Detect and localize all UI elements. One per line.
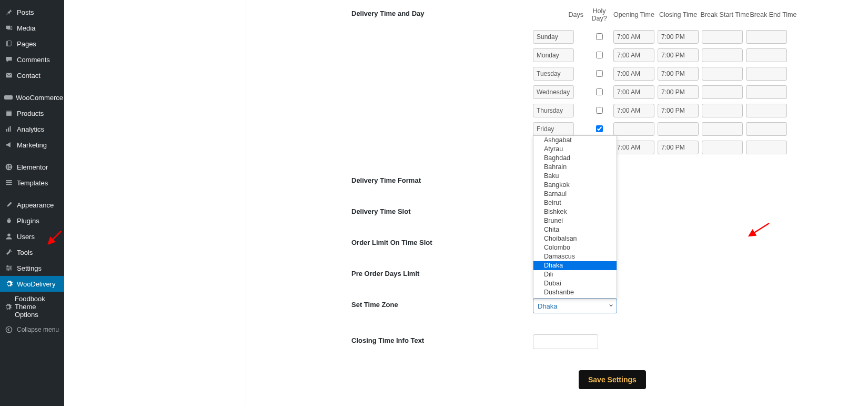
- close-time-wednesday[interactable]: 7:00 PM: [658, 85, 699, 99]
- svg-point-22: [7, 265, 8, 267]
- sidebar-item-plugins[interactable]: Plugins: [0, 213, 64, 229]
- open-time-friday[interactable]: [613, 122, 654, 136]
- sidebar-item-woocommerce[interactable]: WooCommerce: [0, 90, 64, 105]
- sidebar-item-marketing[interactable]: Marketing: [0, 137, 64, 153]
- holy-checkbox-tuesday[interactable]: [596, 70, 603, 77]
- timezone-dropdown-list[interactable]: AshgabatAtyrauBaghdadBahrainBakuBangkokB…: [533, 135, 617, 299]
- bstart-time-sunday[interactable]: [702, 30, 743, 44]
- tz-option-baghdad[interactable]: Baghdad: [533, 154, 617, 163]
- open-time-monday[interactable]: 7:00 AM: [613, 48, 654, 62]
- collapse-menu-button[interactable]: Collapse menu: [0, 322, 64, 338]
- day-button-wednesday[interactable]: Wednesday: [533, 85, 574, 99]
- close-time-tuesday[interactable]: 7:00 PM: [658, 67, 699, 81]
- sidebar-item-label: Users: [17, 233, 35, 241]
- sidebar-item-elementor[interactable]: Elementor: [0, 159, 64, 175]
- open-time-saturday[interactable]: 7:00 AM: [613, 141, 654, 154]
- tz-option-bahrain[interactable]: Bahrain: [533, 163, 617, 172]
- tz-option-dhaka[interactable]: Dhaka: [533, 261, 617, 270]
- sidebar-item-tools[interactable]: Tools: [0, 244, 64, 260]
- bend-time-tuesday[interactable]: [746, 67, 787, 81]
- tz-option-bangkok[interactable]: Bangkok: [533, 181, 617, 190]
- box-icon: [4, 108, 14, 118]
- tz-option-chita[interactable]: Chita: [533, 225, 617, 234]
- sidebar-item-settings[interactable]: Settings: [0, 260, 64, 276]
- open-time-sunday[interactable]: 7:00 AM: [613, 30, 654, 44]
- pre-order-days-label: Pre Order Days Limit: [351, 268, 533, 278]
- bend-time-thursday[interactable]: [746, 104, 787, 117]
- day-button-friday[interactable]: Friday: [533, 122, 574, 136]
- sidebar-item-comments[interactable]: Comments: [0, 52, 64, 67]
- holy-checkbox-sunday[interactable]: [596, 33, 603, 40]
- sidebar-item-woodelivery[interactable]: WooDelivery: [0, 276, 64, 292]
- order-limit-label: Order Limit On Time Slot: [351, 236, 533, 246]
- bstart-time-wednesday[interactable]: [702, 85, 743, 99]
- holy-checkbox-friday[interactable]: [596, 125, 603, 132]
- tz-option-famagusta[interactable]: Famagusta: [533, 297, 617, 299]
- tz-option-bishkek[interactable]: Bishkek: [533, 207, 617, 216]
- sidebar-item-foodbook-theme-options[interactable]: Foodbook Theme Options: [0, 292, 64, 322]
- sidebar-item-appearance[interactable]: Appearance: [0, 197, 64, 213]
- bstart-time-monday[interactable]: [702, 48, 743, 62]
- bend-time-sunday[interactable]: [746, 30, 787, 44]
- day-button-sunday[interactable]: Sunday: [533, 30, 574, 44]
- sidebar-item-analytics[interactable]: Analytics: [0, 121, 64, 137]
- tz-option-dili[interactable]: Dili: [533, 270, 617, 279]
- close-time-saturday[interactable]: 7:00 PM: [658, 141, 699, 154]
- tz-option-choibalsan[interactable]: Choibalsan: [533, 234, 617, 243]
- sidebar-item-label: Templates: [17, 179, 48, 187]
- sidebar-item-templates[interactable]: Templates: [0, 175, 64, 191]
- tz-option-dushanbe[interactable]: Dushanbe: [533, 288, 617, 297]
- sidebar-item-media[interactable]: Media: [0, 20, 64, 36]
- col-header-bstart: Break Start Time: [700, 11, 750, 18]
- plug-icon: [4, 216, 14, 225]
- closing-time-info-input[interactable]: [533, 334, 598, 349]
- set-time-zone-label: Set Time Zone: [351, 299, 533, 309]
- holy-checkbox-wednesday[interactable]: [596, 88, 603, 95]
- holy-checkbox-monday[interactable]: [596, 52, 603, 58]
- bend-time-friday[interactable]: [746, 122, 787, 136]
- close-time-sunday[interactable]: 7:00 PM: [658, 30, 699, 44]
- timezone-selected-value: Dhaka: [538, 302, 558, 310]
- bend-time-wednesday[interactable]: [746, 85, 787, 99]
- bend-time-monday[interactable]: [746, 48, 787, 62]
- svg-rect-6: [6, 111, 12, 112]
- sidebar-item-contact[interactable]: Contact: [0, 67, 64, 83]
- tz-option-ashgabat[interactable]: Ashgabat: [533, 136, 617, 145]
- open-time-wednesday[interactable]: 7:00 AM: [613, 85, 654, 99]
- tz-option-atyrau[interactable]: Atyrau: [533, 145, 617, 154]
- admin-sidebar: PostsMediaPagesCommentsContactWooCommerc…: [0, 0, 64, 406]
- tz-option-barnaul[interactable]: Barnaul: [533, 190, 617, 199]
- tz-option-damascus[interactable]: Damascus: [533, 252, 617, 261]
- bstart-time-saturday[interactable]: [702, 141, 743, 154]
- bstart-time-thursday[interactable]: [702, 104, 743, 117]
- sidebar-item-products[interactable]: Products: [0, 105, 64, 121]
- open-time-thursday[interactable]: 7:00 AM: [613, 104, 654, 117]
- bstart-time-tuesday[interactable]: [702, 67, 743, 81]
- bstart-time-friday[interactable]: [702, 122, 743, 136]
- day-button-thursday[interactable]: Thursday: [533, 104, 574, 117]
- open-time-tuesday[interactable]: 7:00 AM: [613, 67, 654, 81]
- tz-option-beirut[interactable]: Beirut: [533, 199, 617, 207]
- tz-option-baku[interactable]: Baku: [533, 172, 617, 181]
- sidebar-item-label: Pages: [17, 40, 36, 48]
- svg-rect-11: [7, 165, 8, 169]
- page-icon: [4, 39, 14, 48]
- day-button-tuesday[interactable]: Tuesday: [533, 67, 574, 81]
- bend-time-saturday[interactable]: [746, 141, 787, 154]
- timezone-select[interactable]: Dhaka: [533, 299, 617, 313]
- tz-option-colombo[interactable]: Colombo: [533, 243, 617, 252]
- svg-rect-2: [7, 41, 11, 46]
- day-button-monday[interactable]: Monday: [533, 48, 574, 62]
- close-time-monday[interactable]: 7:00 PM: [658, 48, 699, 62]
- tz-option-dubai[interactable]: Dubai: [533, 279, 617, 288]
- svg-rect-17: [6, 184, 12, 185]
- woo-icon: [4, 93, 13, 102]
- sidebar-item-pages[interactable]: Pages: [0, 36, 64, 52]
- close-time-friday[interactable]: [658, 122, 699, 136]
- sidebar-item-users[interactable]: Users: [0, 229, 64, 244]
- tz-option-brunei[interactable]: Brunei: [533, 216, 617, 225]
- sidebar-item-posts[interactable]: Posts: [0, 4, 64, 20]
- save-settings-button[interactable]: Save Settings: [579, 370, 646, 389]
- holy-checkbox-thursday[interactable]: [596, 107, 603, 114]
- close-time-thursday[interactable]: 7:00 PM: [658, 104, 699, 117]
